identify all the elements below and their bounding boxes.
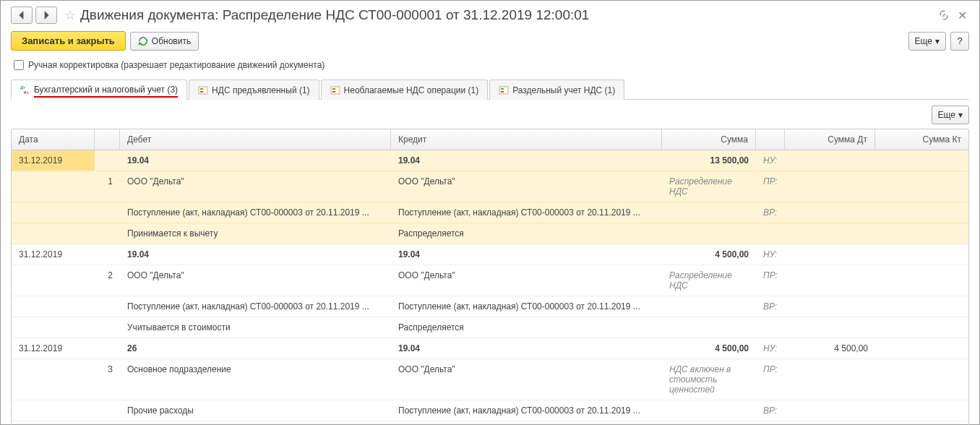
debit-sub2: Поступление (акт, накладная) СТ00-000003… <box>120 202 391 223</box>
svg-rect-10 <box>501 91 504 93</box>
debit-sub1: Основное подразделение <box>120 359 391 400</box>
tab-accounting[interactable]: ДтКт Бухгалтерский и налоговый учет (3) <box>11 80 187 100</box>
debit-sub3 <box>120 421 391 425</box>
register-icon <box>330 85 340 95</box>
svg-rect-5 <box>331 87 340 94</box>
credit-sub2: Поступление (акт, накладная) СТ00-000003… <box>391 296 662 317</box>
back-button[interactable] <box>11 7 33 24</box>
sumdt <box>785 244 875 265</box>
register-icon <box>198 85 208 95</box>
more-label: Еще <box>938 110 955 120</box>
grid-body[interactable]: 31.12.201919.0419.0413 500,00НУ:1ООО "Де… <box>12 150 968 425</box>
col-debit[interactable]: Дебет <box>120 129 391 150</box>
credit-sub2: Поступление (акт, накладная) СТ00-000003… <box>391 202 662 223</box>
col-n[interactable] <box>95 129 120 150</box>
svg-rect-9 <box>501 88 504 90</box>
tag-nu: НУ: <box>756 244 785 265</box>
dtkt-icon: ДтКт <box>20 85 30 95</box>
svg-rect-3 <box>200 88 203 90</box>
tab-separate-vat[interactable]: Раздельный учет НДС (1) <box>489 80 624 100</box>
col-sum[interactable]: Сумма <box>662 129 756 150</box>
header: ☆ Движения документа: Распределение НДС … <box>11 7 969 24</box>
debit-sub2: Поступление (акт, накладная) СТ00-000003… <box>120 296 391 317</box>
close-icon[interactable]: ✕ <box>955 8 969 22</box>
tag-nu: НУ: <box>756 338 785 359</box>
debit-sub3: Принимается к вычету <box>120 223 391 244</box>
debit-acct: 19.04 <box>120 150 391 171</box>
debit-sub1: ООО "Дельта" <box>120 265 391 296</box>
row-number: 3 <box>95 359 120 400</box>
toolbar-more-button[interactable]: Еще ▾ <box>908 32 946 51</box>
sum-note: НДС включен в стоимость ценностей <box>662 359 756 400</box>
table-row[interactable]: 31.12.201919.0419.0413 500,00НУ:1ООО "Де… <box>12 150 968 244</box>
debit-sub1: ООО "Дельта" <box>120 171 391 202</box>
tag-pr: ПР: <box>756 265 785 296</box>
tag-vr: ВР: <box>756 296 785 317</box>
svg-rect-8 <box>499 87 508 94</box>
col-sumkt[interactable]: Сумма Кт <box>875 129 968 150</box>
tag-vr: ВР: <box>756 400 785 421</box>
refresh-icon <box>138 36 148 46</box>
refresh-button[interactable]: Обновить <box>130 32 199 51</box>
pane-more-button[interactable]: Еще ▾ <box>932 106 969 124</box>
debit-sub2: Прочие расходы <box>120 400 391 421</box>
svg-text:Кт: Кт <box>24 90 29 95</box>
tab-non-taxable[interactable]: Необлагаемые НДС операции (1) <box>321 80 489 100</box>
date-cell: 31.12.2019 <box>12 150 95 171</box>
help-button[interactable]: ? <box>950 32 969 51</box>
debit-acct: 19.04 <box>120 244 391 265</box>
row-number: 1 <box>95 171 120 202</box>
sum: 4 500,00 <box>662 338 756 359</box>
tag-nu: НУ: <box>756 150 785 171</box>
credit-acct: 19.04 <box>391 244 662 265</box>
sum-note: Распределение НДС <box>662 265 756 296</box>
row-n <box>95 244 120 265</box>
manual-edit-checkbox[interactable] <box>14 60 24 70</box>
forward-button[interactable] <box>35 7 57 24</box>
credit-sub1: ООО "Дельта" <box>391 171 662 202</box>
more-label: Еще <box>915 36 932 46</box>
manual-edit-row: Ручная корректировка (разрешает редактир… <box>11 58 969 72</box>
debit-acct: 26 <box>120 338 391 359</box>
credit-sub3: Распределяется <box>391 223 662 244</box>
credit-sub2: Поступление (акт, накладная) СТ00-000003… <box>391 400 662 421</box>
table-row[interactable]: 31.12.20192619.044 500,00НУ:4 500,003Осн… <box>12 338 968 425</box>
tab-label: Бухгалтерский и налоговый учет (3) <box>34 85 178 95</box>
credit-sub1: ООО "Дельта" <box>391 265 662 296</box>
credit-acct: 19.04 <box>391 150 662 171</box>
tabs: ДтКт Бухгалтерский и налоговый учет (3) … <box>11 80 969 100</box>
col-credit[interactable]: Кредит <box>391 129 662 150</box>
tab-vat-presented[interactable]: НДС предъявленный (1) <box>189 80 319 100</box>
save-close-button[interactable]: Записать и закрыть <box>11 31 126 51</box>
col-sumdt[interactable]: Сумма Дт <box>785 129 875 150</box>
chevron-down-icon: ▾ <box>935 36 940 46</box>
row-n <box>95 150 120 171</box>
tag-pr: ПР: <box>756 171 785 202</box>
svg-rect-7 <box>332 91 335 93</box>
link-icon[interactable] <box>937 9 950 22</box>
row-number: 2 <box>95 265 120 296</box>
refresh-label: Обновить <box>152 36 191 46</box>
row-n <box>95 338 120 359</box>
col-date[interactable]: Дата <box>12 129 95 150</box>
tab-label: НДС предъявленный (1) <box>212 85 309 95</box>
favorite-icon[interactable]: ☆ <box>64 7 76 23</box>
svg-rect-6 <box>332 88 335 90</box>
col-tag[interactable] <box>756 129 785 150</box>
sumkt <box>875 150 968 171</box>
sum: 4 500,00 <box>662 244 756 265</box>
sum: 13 500,00 <box>662 150 756 171</box>
svg-rect-4 <box>200 91 203 93</box>
sumkt <box>875 338 968 359</box>
credit-acct: 19.04 <box>391 338 662 359</box>
credit-sub3: Распределяется <box>391 317 662 338</box>
table-row[interactable]: 31.12.201919.0419.044 500,00НУ:2ООО "Дел… <box>12 244 968 338</box>
sumdt <box>785 150 875 171</box>
toolbar: Записать и закрыть Обновить Еще ▾ ? <box>11 31 969 51</box>
window: ☆ Движения документа: Распределение НДС … <box>0 0 980 425</box>
window-title: Движения документа: Распределение НДС СТ… <box>80 7 589 23</box>
grid: Дата Дебет Кредит Сумма Сумма Дт Сумма К… <box>11 129 969 425</box>
sum-note: Распределение НДС <box>662 171 756 202</box>
pane-toolbar: Еще ▾ <box>11 106 969 124</box>
credit-sub1: ООО "Дельта" <box>391 359 662 400</box>
